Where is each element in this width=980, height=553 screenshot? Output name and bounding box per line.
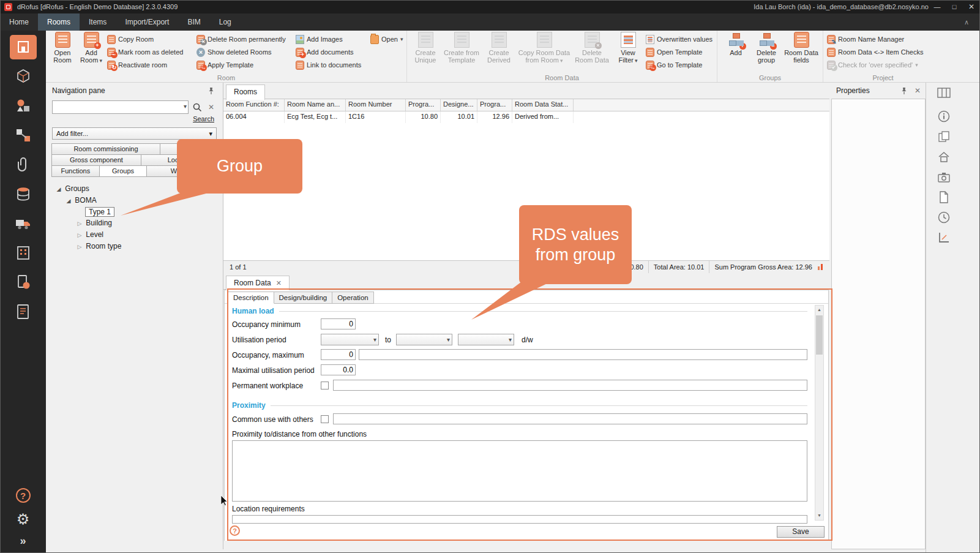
open-template-button[interactable]: Open Template <box>646 46 716 58</box>
utilisation-days-select[interactable]: ▾ <box>458 334 514 345</box>
tab-items[interactable]: Items <box>80 13 116 31</box>
common-use-input[interactable] <box>333 413 807 424</box>
scroll-up-icon[interactable]: ▲ <box>815 306 823 314</box>
reactivate-room-button[interactable]: Reactivate room <box>107 59 194 71</box>
help-icon[interactable]: ? <box>16 488 31 503</box>
nav-tab-gross-component[interactable]: Gross component <box>51 154 141 166</box>
settings-gear-icon[interactable]: ⚙ <box>0 511 46 527</box>
room-data-fields-button[interactable]: Room Data fields <box>784 32 819 72</box>
tree-expanded-icon[interactable]: ◢ <box>54 184 63 195</box>
proximity-textarea[interactable] <box>232 440 807 502</box>
nav-tab-groups[interactable]: Groups <box>99 165 148 177</box>
sidebar-link-module[interactable] <box>10 123 37 148</box>
add-documents-button[interactable]: Add documents <box>296 46 368 58</box>
rooms-tab[interactable]: Rooms <box>226 85 265 100</box>
sidebar-database-module[interactable] <box>10 182 37 206</box>
pin-icon[interactable] <box>206 85 217 96</box>
nav-tab-room-commissioning[interactable]: Room commissioning <box>51 143 160 155</box>
minimize-button[interactable]: — <box>929 0 946 13</box>
create-from-template-button[interactable]: Create from Template <box>442 32 481 72</box>
camera-icon[interactable] <box>936 169 952 185</box>
help-icon[interactable]: ? <box>230 525 240 536</box>
delete-room-data-button[interactable]: Delete Room Data <box>573 32 611 72</box>
scrollbar-thumb[interactable] <box>816 315 823 355</box>
tab-log[interactable]: Log <box>210 13 241 31</box>
nav-tab-functions[interactable]: Functions <box>51 165 100 177</box>
add-filter-button[interactable]: Add filter... ▾ <box>52 127 217 140</box>
tab-rooms[interactable]: Rooms <box>38 13 80 31</box>
col-program-gross[interactable]: Progra... <box>477 99 512 111</box>
tree-node-level[interactable]: ▷ Level <box>54 229 223 241</box>
tree-collapsed-icon[interactable]: ▷ <box>75 218 84 229</box>
apply-template-button[interactable]: Apply Template <box>196 59 293 71</box>
utilisation-from-select[interactable]: ▾ <box>321 334 379 345</box>
utilisation-to-select[interactable]: ▾ <box>396 334 452 345</box>
link-to-documents-button[interactable]: Link to documents <box>296 59 368 71</box>
save-button[interactable]: Save <box>777 526 825 538</box>
search-link[interactable]: Search <box>54 115 214 122</box>
copy-room-data-from-room-button[interactable]: Copy Room Data from Room▾ <box>517 32 572 72</box>
measure-icon[interactable] <box>936 230 952 246</box>
col-programmed-area[interactable]: Progra... <box>406 99 441 111</box>
sidebar-attachments-module[interactable] <box>10 152 37 177</box>
check-over-specified-button[interactable]: Check for 'over specified' ▾ <box>827 59 940 71</box>
table-row[interactable]: 06.004 Ecg Test, Ecg t... 1C16 10.80 10.… <box>223 111 829 123</box>
sidebar-reports-module[interactable] <box>10 270 37 295</box>
subtab-design-building[interactable]: Design/building <box>274 292 333 304</box>
room-data-tab[interactable]: Room Data✕ <box>226 276 290 290</box>
occupancy-maximum-input[interactable] <box>321 349 356 360</box>
sidebar-documents-module[interactable] <box>10 299 37 324</box>
copy-room-button[interactable]: Copy Room <box>107 33 194 45</box>
show-deleted-rooms-button[interactable]: Show deleted Rooms <box>196 46 293 58</box>
add-images-button[interactable]: Add Images <box>296 33 368 45</box>
delete-room-permanently-button[interactable]: Delete Room permanently <box>196 33 293 45</box>
documents-icon[interactable] <box>936 129 952 145</box>
sidebar-shapes-module[interactable] <box>10 94 37 118</box>
tab-bim[interactable]: BIM <box>178 13 209 31</box>
col-room-name[interactable]: Room Name an... <box>285 99 346 111</box>
overwritten-values-button[interactable]: Overwritten values <box>646 33 716 45</box>
col-room-data-status[interactable]: Room Data Stat... <box>512 99 574 111</box>
collapse-ribbon-icon[interactable]: ∧ <box>964 13 969 31</box>
scroll-down-icon[interactable]: ▼ <box>815 511 823 520</box>
search-icon[interactable] <box>192 102 203 113</box>
permanent-workplace-checkbox[interactable] <box>321 382 329 389</box>
home-icon[interactable] <box>936 149 952 165</box>
clear-search-icon[interactable]: ✕ <box>206 102 217 113</box>
create-unique-button[interactable]: Create Unique <box>410 32 441 72</box>
open-dropdown-button[interactable]: Open ▾ <box>370 33 405 45</box>
go-to-template-button[interactable]: Go to Template <box>646 59 716 71</box>
layout-icon[interactable] <box>936 85 952 101</box>
common-use-checkbox[interactable] <box>321 415 329 423</box>
sidebar-building-module[interactable] <box>10 241 37 265</box>
open-room-button[interactable]: Open Room <box>50 32 75 72</box>
tree-collapsed-icon[interactable]: ▷ <box>75 241 84 252</box>
col-designed-area[interactable]: Designe... <box>441 99 477 111</box>
subtab-description[interactable]: Description <box>228 292 274 304</box>
col-room-function[interactable]: Room Function #: <box>223 99 285 111</box>
room-data-item-checks-button[interactable]: Room Data <-> Item Checks <box>827 46 940 58</box>
history-icon[interactable] <box>936 209 952 225</box>
close-panel-icon[interactable]: ✕ <box>915 86 921 95</box>
mark-room-deleted-button[interactable]: Mark room as deleted <box>107 46 194 58</box>
tree-node-room-type[interactable]: ▷ Room type <box>54 241 223 252</box>
room-name-manager-button[interactable]: Room Name Manager <box>827 33 940 45</box>
search-input[interactable]: ▾ <box>52 100 189 114</box>
sidebar-items-module[interactable] <box>10 64 37 89</box>
sidebar-rooms-module[interactable] <box>10 35 37 59</box>
view-filter-button[interactable]: View Filter▾ <box>613 32 643 72</box>
subtab-operation[interactable]: Operation <box>332 292 374 304</box>
sidebar-logistics-module[interactable] <box>10 211 37 236</box>
info-icon[interactable] <box>936 108 952 124</box>
tree-collapsed-icon[interactable]: ▷ <box>75 230 84 241</box>
location-requirements-textarea[interactable] <box>232 515 807 524</box>
tab-home[interactable]: Home <box>0 13 38 31</box>
close-tab-icon[interactable]: ✕ <box>276 279 282 287</box>
create-derived-button[interactable]: Create Derived <box>482 32 515 72</box>
add-group-button[interactable]: Add <box>722 32 749 72</box>
col-room-number[interactable]: Room Number <box>346 99 406 111</box>
occupancy-maximum-text-input[interactable] <box>359 349 807 360</box>
tree-expanded-icon[interactable]: ◢ <box>64 195 73 206</box>
files-icon[interactable] <box>936 189 952 205</box>
tab-import-export[interactable]: Import/Export <box>116 13 178 31</box>
